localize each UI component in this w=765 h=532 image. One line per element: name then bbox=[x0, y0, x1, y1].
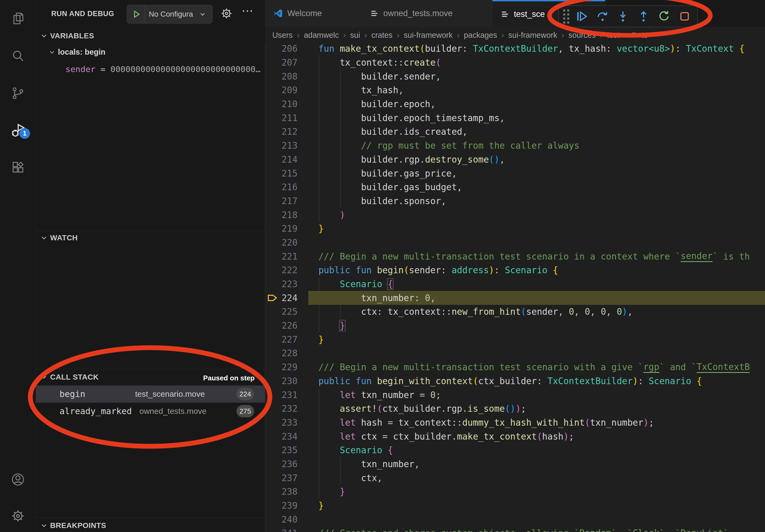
gutter-breakpoint-area[interactable] bbox=[265, 56, 280, 70]
gutter-breakpoint-area[interactable] bbox=[265, 277, 280, 291]
code-line-text[interactable]: } bbox=[308, 499, 765, 513]
code-line-text[interactable]: ctx, bbox=[308, 471, 765, 485]
code-line[interactable]: 228 bbox=[265, 346, 765, 360]
step-out-button[interactable] bbox=[634, 7, 653, 26]
code-line[interactable]: 207 tx_context::create( bbox=[265, 56, 765, 70]
code-line-text[interactable]: /// Creates and shares system objects, a… bbox=[308, 526, 765, 532]
gutter-breakpoint-area[interactable] bbox=[265, 83, 280, 97]
code-line-text[interactable]: txn_number, bbox=[308, 457, 765, 471]
code-line-text[interactable]: tx_hash, bbox=[308, 83, 765, 97]
gutter-breakpoint-area[interactable] bbox=[265, 180, 280, 194]
code-line-text[interactable]: builder.sender, bbox=[308, 69, 765, 83]
gutter-breakpoint-area[interactable] bbox=[265, 402, 280, 416]
code-line[interactable]: 209 tx_hash, bbox=[265, 83, 765, 97]
drag-grip-icon[interactable] bbox=[563, 9, 569, 24]
code-line-text[interactable]: tx_context::create( bbox=[308, 56, 765, 70]
code-editor[interactable]: 206fun make_tx_context(builder: TxContex… bbox=[265, 42, 765, 532]
code-line-text[interactable]: builder.epoch, bbox=[308, 97, 765, 111]
code-line-text[interactable]: builder.gas_price, bbox=[308, 166, 765, 180]
code-line-text[interactable]: // rgp must be set from the caller alway… bbox=[308, 139, 765, 153]
breadcrumb-item[interactable]: adamwelc bbox=[304, 31, 339, 40]
config-dropdown[interactable]: No Configura bbox=[149, 10, 199, 19]
code-line[interactable]: 208 builder.sender, bbox=[265, 69, 765, 83]
stack-frame-row[interactable]: already_marked owned_tests.move 275 bbox=[36, 402, 265, 420]
tab-owned-tests[interactable]: owned_tests.move bbox=[362, 0, 492, 27]
code-line-text[interactable]: public fun begin_with_context(ctx_builde… bbox=[308, 374, 765, 388]
gutter-breakpoint-area[interactable] bbox=[265, 249, 280, 263]
code-line-text[interactable]: /// Begin a new multi-transaction test s… bbox=[308, 360, 765, 374]
gutter-breakpoint-area[interactable] bbox=[265, 346, 280, 360]
code-line-text[interactable]: let hash = tx_context::dummy_tx_hash_wit… bbox=[308, 416, 765, 430]
code-line-text[interactable]: assert!(ctx_builder.rgp.is_some()); bbox=[308, 402, 765, 416]
more-actions-icon[interactable]: ⋯ bbox=[242, 4, 254, 17]
variables-scope-row[interactable]: locals: begin bbox=[49, 48, 105, 57]
accounts-button[interactable] bbox=[0, 467, 36, 492]
code-line-text[interactable]: ) bbox=[308, 208, 765, 222]
breadcrumb-item[interactable]: sui-framework bbox=[404, 31, 452, 40]
source-control-button[interactable] bbox=[0, 80, 36, 106]
code-line-text[interactable] bbox=[308, 236, 765, 250]
variables-section-header[interactable]: VARIABLES bbox=[40, 32, 94, 40]
code-line[interactable]: 229/// Begin a new multi-transaction tes… bbox=[265, 360, 765, 374]
code-line-text[interactable]: ctx: tx_context::new_from_hint(sender, 0… bbox=[308, 305, 765, 319]
tab-welcome[interactable]: Welcome bbox=[265, 0, 362, 27]
code-line[interactable]: 224 txn_number: 0, bbox=[265, 291, 765, 305]
code-line-text[interactable] bbox=[308, 512, 765, 526]
launch-config-control[interactable]: No Configura bbox=[127, 5, 213, 24]
gutter-breakpoint-area[interactable] bbox=[265, 374, 280, 388]
code-line[interactable]: 219} bbox=[265, 222, 765, 236]
code-line-text[interactable]: builder.sponsor, bbox=[308, 194, 765, 208]
gutter-breakpoint-area[interactable] bbox=[265, 222, 280, 236]
restart-button[interactable] bbox=[655, 7, 674, 26]
code-line[interactable]: 216 builder.gas_budget, bbox=[265, 180, 765, 194]
gutter-breakpoint-area[interactable] bbox=[265, 360, 280, 374]
code-line-text[interactable]: } bbox=[308, 222, 765, 236]
code-line[interactable]: 230public fun begin_with_context(ctx_bui… bbox=[265, 374, 765, 388]
gutter-breakpoint-area[interactable] bbox=[265, 236, 280, 250]
run-and-debug-button[interactable]: 1 bbox=[0, 117, 36, 143]
code-line[interactable]: 232 assert!(ctx_builder.rgp.is_some()); bbox=[265, 402, 765, 416]
call-stack-section-header[interactable]: CALL STACK bbox=[40, 373, 99, 382]
code-line[interactable]: 212 builder.ids_created, bbox=[265, 125, 765, 139]
stack-frame-row[interactable]: begin test_scenario.move 224 bbox=[36, 386, 265, 402]
code-line-text[interactable]: let ctx = ctx_builder.make_tx_context(ha… bbox=[308, 429, 765, 443]
variable-row[interactable]: sender = 00000000000000000000000000000… bbox=[65, 64, 261, 74]
gutter-breakpoint-area[interactable] bbox=[265, 512, 280, 526]
gutter-breakpoint-area[interactable] bbox=[265, 153, 280, 166]
breadcrumb-item[interactable]: packages bbox=[464, 31, 497, 40]
gutter-breakpoint-area[interactable] bbox=[265, 319, 280, 333]
code-line[interactable]: 211 builder.epoch_timestamp_ms, bbox=[265, 111, 765, 125]
breadcrumb-item[interactable]: Users bbox=[272, 31, 293, 40]
settings-button[interactable] bbox=[0, 503, 36, 529]
code-line[interactable]: 238 } bbox=[265, 485, 765, 499]
gutter-breakpoint-area[interactable] bbox=[265, 305, 280, 319]
gutter-breakpoint-area[interactable] bbox=[265, 499, 280, 513]
breadcrumb-item[interactable]: sources bbox=[568, 31, 596, 40]
breadcrumb-item[interactable]: sui-framework bbox=[508, 31, 557, 40]
breadcrumb-item-file[interactable]: te bbox=[631, 31, 648, 40]
code-line[interactable]: 240 bbox=[265, 512, 765, 526]
gutter-breakpoint-area[interactable] bbox=[265, 333, 280, 346]
gutter-breakpoint-area[interactable] bbox=[265, 443, 280, 457]
gutter-breakpoint-area[interactable] bbox=[265, 388, 280, 402]
code-line[interactable]: 220 bbox=[265, 236, 765, 250]
breadcrumb-item[interactable]: crates bbox=[371, 31, 392, 40]
gutter-breakpoint-area[interactable] bbox=[265, 166, 280, 180]
breakpoints-section-header[interactable]: BREAKPOINTS bbox=[40, 521, 106, 530]
gutter-breakpoint-area[interactable] bbox=[265, 457, 280, 471]
code-line[interactable]: 214 builder.rgp.destroy_some(), bbox=[265, 153, 765, 166]
code-line[interactable]: 223 Scenario { bbox=[265, 277, 765, 291]
code-line[interactable]: 239} bbox=[265, 499, 765, 513]
code-line-text[interactable]: let txn_number = 0; bbox=[308, 388, 765, 402]
gutter-breakpoint-area[interactable] bbox=[265, 416, 280, 430]
gutter-breakpoint-area[interactable] bbox=[265, 125, 280, 139]
breadcrumb-item[interactable]: test bbox=[607, 31, 619, 40]
code-line[interactable]: 217 builder.sponsor, bbox=[265, 194, 765, 208]
gutter-breakpoint-area[interactable] bbox=[265, 208, 280, 222]
code-line-text[interactable]: public fun begin(sender: address): Scena… bbox=[308, 263, 765, 277]
code-line-text[interactable] bbox=[308, 346, 765, 360]
gutter-breakpoint-area[interactable] bbox=[265, 139, 280, 153]
explorer-button[interactable] bbox=[0, 6, 36, 31]
stop-button[interactable] bbox=[675, 7, 694, 26]
code-line[interactable]: 215 builder.gas_price, bbox=[265, 166, 765, 180]
